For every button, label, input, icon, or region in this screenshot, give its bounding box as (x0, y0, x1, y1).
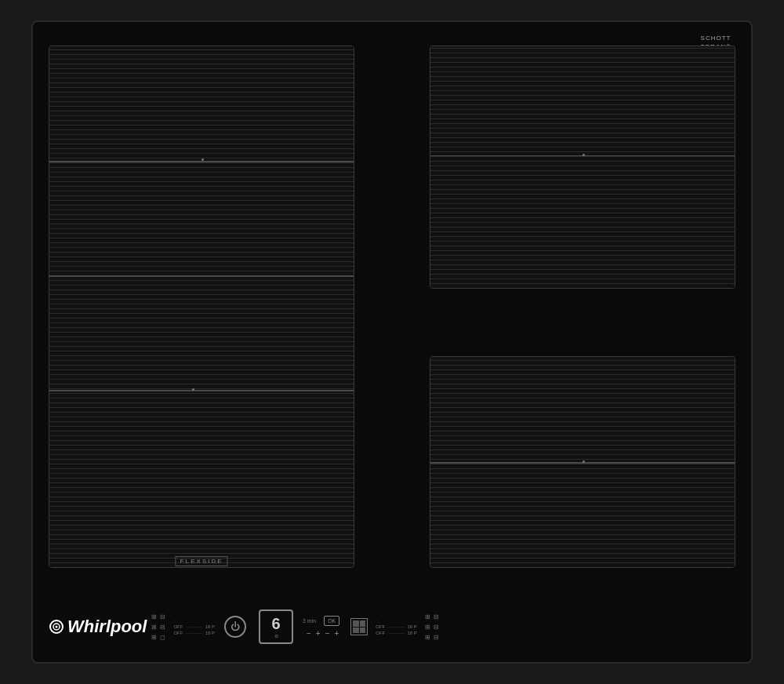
left-burner-icon-1: ⊞ (151, 613, 157, 620)
right-burner-icon-4: ⊟ (434, 624, 439, 631)
svg-point-2 (56, 626, 58, 628)
right-bottom-zone (430, 356, 735, 568)
center-display: 6 ⊙ (259, 609, 293, 644)
right-top-zone (430, 45, 735, 289)
plus-button-1[interactable]: + (316, 629, 321, 638)
left-sliders: · OFF ················ 18 P OFF ········… (173, 618, 215, 635)
minus-plus-row: − + − + (307, 629, 339, 638)
flexside-label: FLEXSIDE (175, 556, 227, 566)
right-burner-icons: ⊞ ⊟ ⊞ ⊟ ⊞ ⊟ (425, 613, 439, 641)
timer-label: 3 min (303, 618, 316, 624)
right-burner-icon-2: ⊟ (434, 613, 439, 620)
whirlpool-icon (49, 619, 64, 635)
ok-button[interactable]: OK (324, 616, 339, 626)
left-burner-icon-4: ⊟ (160, 624, 165, 631)
left-burner-icon-6: ◻ (160, 634, 165, 641)
minus-button[interactable]: − (307, 629, 311, 638)
left-slider-1[interactable]: OFF ················ 18 P (173, 624, 215, 629)
minus-button-2[interactable]: − (325, 629, 330, 638)
right-burner-icon-6: ⊟ (434, 634, 439, 641)
power-button[interactable]: ⏻ (224, 616, 246, 638)
right-slider-2[interactable]: OFF ················ 18 P (376, 631, 417, 635)
right-burner-icon-5: ⊞ (425, 634, 430, 641)
left-burner-icon-5: ⊞ (151, 634, 157, 641)
right-burner-icon-3: ⊞ (425, 624, 430, 631)
zones-area: FLEXSIDE (49, 38, 735, 584)
left-burner-icon-3: ⊞ (151, 624, 157, 631)
left-burner-icon-2: ⊟ (160, 613, 165, 620)
plus-button-2[interactable]: + (334, 629, 339, 638)
brand-logo: Whirlpool (49, 617, 147, 637)
right-slider-1[interactable]: OFF ················ 18 P (376, 624, 417, 629)
left-burner-icons: ⊞ ⊟ ⊞ ⊟ ⊞ ◻ (151, 613, 165, 641)
left-flex-zone (49, 45, 354, 568)
control-panel: Whirlpool ⊞ ⊟ ⊞ ⊟ ⊞ ◻ · OFF ····· (33, 591, 751, 662)
right-burner-icon-1: ⊞ (425, 613, 430, 620)
left-slider-2[interactable]: OFF ················ 18 P (173, 631, 215, 635)
grid-icon (350, 618, 368, 635)
right-sliders: · OFF ················ 18 P OFF ········… (376, 618, 417, 635)
cooktop: SCHOTT CERAN® (31, 20, 753, 664)
